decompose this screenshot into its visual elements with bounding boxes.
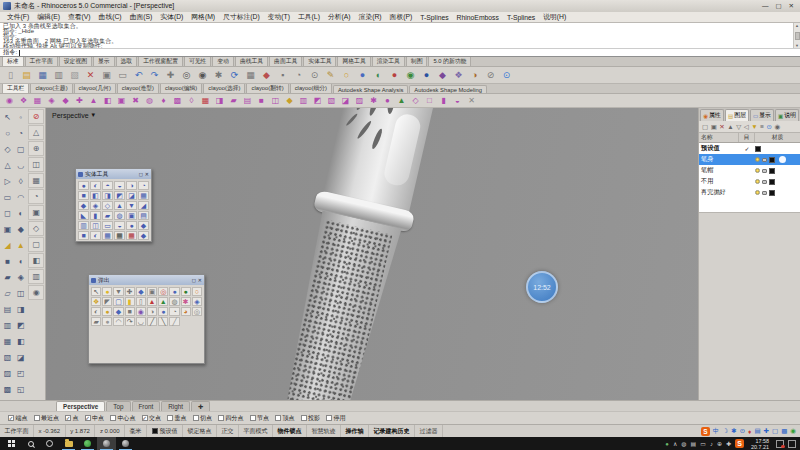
- menu-item[interactable]: T-Splines: [503, 14, 539, 21]
- layer-lock-icon[interactable]: [762, 191, 767, 195]
- toolbar-tab[interactable]: 曲线工具: [235, 57, 268, 66]
- menu-item[interactable]: 网格(M): [187, 12, 219, 22]
- record-stop-icon[interactable]: ⊘: [28, 109, 44, 124]
- popup-tool-icon[interactable]: ○: [192, 287, 202, 296]
- tab-layers[interactable]: ▤图层: [725, 109, 749, 121]
- raytrace-icon[interactable]: ◉: [403, 68, 418, 82]
- notification-center-icon[interactable]: [776, 440, 784, 448]
- solid-tool-icon[interactable]: ■: [78, 231, 89, 240]
- tool-icon[interactable]: ◡: [14, 157, 27, 173]
- copy-icon[interactable]: ▣: [99, 68, 114, 82]
- zoom-extents-icon[interactable]: ▦: [243, 68, 258, 82]
- pen-3d-model[interactable]: [266, 108, 441, 400]
- new-viewport-tab[interactable]: ✚: [191, 401, 210, 411]
- menu-item[interactable]: RhinoEmboss: [453, 14, 503, 21]
- perspective-viewport[interactable]: Perspective ▾ 12:52: [46, 108, 698, 400]
- tool-icon[interactable]: ◢: [1, 237, 14, 253]
- tray-expand-icon[interactable]: ∧: [673, 440, 677, 447]
- toolbar-tab[interactable]: 曲面工具: [269, 57, 302, 66]
- popup-tool-icon[interactable]: ✱: [181, 297, 191, 306]
- ime-fullmoon-icon[interactable]: ☽: [722, 427, 728, 435]
- layer-visibility-icon[interactable]: [755, 157, 760, 162]
- status-field[interactable]: 操作轴: [341, 425, 369, 437]
- clayoo-tab[interactable]: clayoo(几何): [74, 84, 116, 93]
- tool-icon[interactable]: △: [28, 125, 44, 140]
- layer-visibility-icon[interactable]: [755, 168, 760, 173]
- tool-icon[interactable]: ◰: [14, 365, 27, 381]
- clayoo-icon[interactable]: ◪: [339, 95, 352, 107]
- cortana-button[interactable]: [40, 437, 59, 450]
- menu-item[interactable]: 曲面(S): [126, 12, 157, 22]
- popup-tool-icon[interactable]: ◠: [113, 317, 123, 326]
- clayoo-icon[interactable]: ♦: [157, 95, 170, 107]
- toolbar-tab[interactable]: 5.0 的新功能: [428, 57, 471, 66]
- palette-close-button[interactable]: ✕: [145, 171, 149, 177]
- ime-clipboard-icon[interactable]: ▢: [772, 427, 778, 435]
- status-field[interactable]: 记录建构历史: [369, 425, 415, 437]
- tool-icon[interactable]: ▦: [1, 333, 14, 349]
- clayoo-icon[interactable]: ▧: [325, 95, 338, 107]
- print-icon[interactable]: ▥: [51, 68, 66, 82]
- tool-icon[interactable]: ▣: [1, 221, 14, 237]
- osnap-checkbox[interactable]: 四分点: [218, 414, 244, 423]
- solid-tool-icon[interactable]: ◪: [126, 191, 137, 200]
- toolbar-tab[interactable]: 工作平面: [25, 57, 58, 66]
- popup-tool-icon[interactable]: ●: [158, 307, 168, 316]
- tool-icon[interactable]: ▣: [28, 205, 44, 220]
- solid-tool-icon[interactable]: ▦: [114, 231, 125, 240]
- popup-tool-icon[interactable]: ◐: [91, 307, 101, 316]
- point-icon[interactable]: ▪: [275, 68, 290, 82]
- scroll-down-icon[interactable]: ▼: [795, 43, 799, 48]
- tray-network-icon[interactable]: ⊕: [717, 440, 722, 447]
- solid-tool-icon[interactable]: ▲: [114, 201, 125, 210]
- solid-tool-icon[interactable]: ◒: [114, 221, 125, 230]
- solid-tool-icon[interactable]: ◈: [90, 201, 101, 210]
- status-field[interactable]: z 0.000: [95, 425, 125, 437]
- layer-color-swatch[interactable]: [769, 168, 775, 174]
- light-icon[interactable]: ○: [339, 68, 354, 82]
- tool-icon[interactable]: ◫: [14, 285, 27, 301]
- taskbar-clock[interactable]: 17:58 20.7.21: [751, 438, 769, 450]
- environment-icon[interactable]: ◆: [435, 68, 450, 82]
- popup-tool-icon[interactable]: ●: [181, 287, 191, 296]
- indent-icon[interactable]: ◁: [744, 123, 749, 131]
- tray-shield-icon[interactable]: ●: [665, 441, 669, 447]
- tool-icon[interactable]: ▰: [1, 269, 14, 285]
- start-button[interactable]: [2, 437, 21, 450]
- popup-tool-icon[interactable]: ✚: [125, 287, 135, 296]
- osnap-checkbox[interactable]: 节点: [250, 414, 270, 423]
- popup-palette[interactable]: 弹出 ◻✕ ↖●▼✚◆▣◎●●○❖◤▢▮▯▲▲◍✱◈◐●◆■◉◑●◔◕◎▰●◠↷…: [88, 274, 205, 364]
- popup-tool-icon[interactable]: ╱: [147, 317, 157, 326]
- tool-icon[interactable]: ■: [1, 253, 14, 269]
- arc-icon[interactable]: ◔: [291, 68, 306, 82]
- column-current[interactable]: 目: [739, 133, 755, 142]
- shaded-view-icon[interactable]: ●: [355, 68, 370, 82]
- solid-tools-palette-titlebar[interactable]: 实体工具 ◻✕: [76, 169, 151, 179]
- clayoo-icon[interactable]: ◆: [283, 95, 296, 107]
- material-icon[interactable]: ●: [419, 68, 434, 82]
- menu-item[interactable]: 编辑(E): [33, 12, 64, 22]
- layer-lock-icon[interactable]: [762, 180, 767, 184]
- solid-tool-icon[interactable]: ◩: [114, 191, 125, 200]
- ghosted-view-icon[interactable]: ◐: [371, 68, 386, 82]
- clayoo-icon[interactable]: ●: [381, 95, 394, 107]
- osnap-checkbox[interactable]: 垂点: [167, 414, 187, 423]
- column-material[interactable]: 材质: [755, 133, 800, 142]
- ime-grid-icon[interactable]: ▩: [781, 427, 787, 435]
- popup-tool-icon[interactable]: ●: [102, 287, 112, 296]
- new-file-icon[interactable]: ▯: [3, 68, 18, 82]
- export-icon[interactable]: ▧: [67, 68, 82, 82]
- layer-row[interactable]: 不用: [699, 176, 800, 187]
- tool-icon[interactable]: △: [1, 157, 14, 173]
- popup-tool-icon[interactable]: ◆: [113, 307, 123, 316]
- toolbar-tab[interactable]: 显示: [93, 57, 115, 66]
- layer-row[interactable]: 预设值✓: [699, 143, 800, 154]
- palette-close-button[interactable]: ✕: [198, 277, 202, 283]
- close-button[interactable]: ✕: [789, 2, 794, 10]
- clayoo-tab[interactable]: Autodesk Shape Analysis: [333, 85, 408, 93]
- solid-tool-icon[interactable]: ◆: [138, 221, 149, 230]
- status-field[interactable]: y 1.872: [66, 425, 96, 437]
- status-field[interactable]: 过滤器: [415, 425, 443, 437]
- clayoo-tab[interactable]: clayoo(造型): [117, 84, 159, 93]
- menu-item[interactable]: 渲染(R): [355, 12, 386, 22]
